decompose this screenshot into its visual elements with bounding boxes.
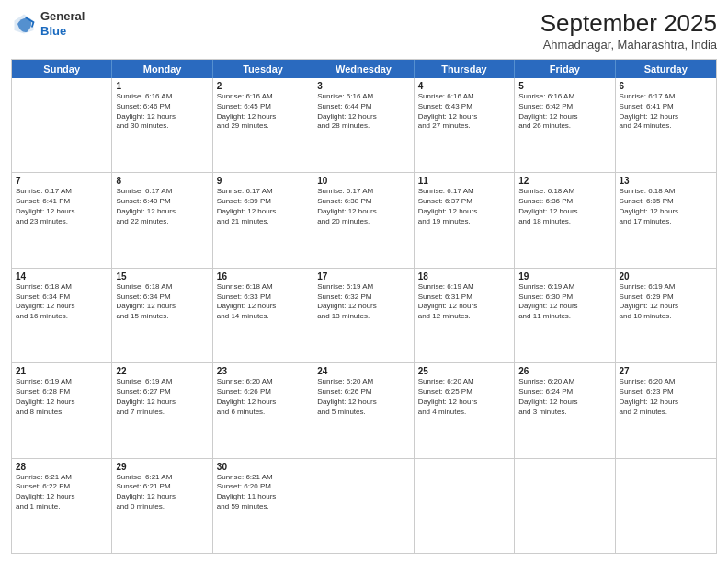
day-number: 12	[518, 176, 610, 186]
cell-info: Sunrise: 6:18 AM Sunset: 6:36 PM Dayligh…	[518, 187, 610, 226]
day-number: 30	[217, 462, 309, 472]
calendar-cell-4-6: 26Sunrise: 6:20 AM Sunset: 6:24 PM Dayli…	[515, 363, 615, 457]
page: General Blue September 2025 Ahmadnagar, …	[0, 0, 728, 563]
header-monday: Monday	[112, 60, 212, 78]
logo: General Blue	[11, 9, 85, 38]
header-thursday: Thursday	[415, 60, 515, 78]
day-number: 24	[317, 366, 409, 376]
calendar-cell-2-6: 12Sunrise: 6:18 AM Sunset: 6:36 PM Dayli…	[515, 173, 615, 267]
calendar-cell-2-2: 8Sunrise: 6:17 AM Sunset: 6:40 PM Daylig…	[112, 173, 212, 267]
calendar-cell-3-3: 16Sunrise: 6:18 AM Sunset: 6:33 PM Dayli…	[213, 269, 313, 362]
month-title: September 2025	[540, 9, 717, 38]
header-saturday: Saturday	[616, 60, 716, 78]
day-number: 13	[620, 176, 712, 186]
cell-info: Sunrise: 6:19 AM Sunset: 6:30 PM Dayligh…	[518, 282, 610, 322]
day-number: 7	[16, 176, 108, 186]
day-number: 4	[418, 81, 510, 91]
location-title: Ahmadnagar, Maharashtra, India	[540, 38, 717, 52]
day-number: 9	[217, 176, 309, 186]
cell-info: Sunrise: 6:18 AM Sunset: 6:34 PM Dayligh…	[16, 282, 108, 322]
cell-info: Sunrise: 6:18 AM Sunset: 6:33 PM Dayligh…	[217, 282, 309, 322]
calendar-cell-1-2: 1Sunrise: 6:16 AM Sunset: 6:46 PM Daylig…	[112, 78, 212, 172]
header-tuesday: Tuesday	[213, 60, 313, 78]
cell-info: Sunrise: 6:16 AM Sunset: 6:46 PM Dayligh…	[116, 92, 208, 132]
day-number: 27	[620, 366, 712, 376]
calendar-row-3: 14Sunrise: 6:18 AM Sunset: 6:34 PM Dayli…	[12, 269, 716, 363]
day-number: 6	[620, 81, 712, 91]
cell-info: Sunrise: 6:16 AM Sunset: 6:43 PM Dayligh…	[418, 92, 510, 132]
calendar-cell-3-2: 15Sunrise: 6:18 AM Sunset: 6:34 PM Dayli…	[112, 269, 212, 362]
day-number: 1	[116, 81, 208, 91]
calendar-cell-4-7: 27Sunrise: 6:20 AM Sunset: 6:23 PM Dayli…	[616, 363, 716, 457]
day-number: 14	[16, 271, 108, 282]
calendar-cell-2-7: 13Sunrise: 6:18 AM Sunset: 6:35 PM Dayli…	[616, 173, 716, 267]
cell-info: Sunrise: 6:20 AM Sunset: 6:25 PM Dayligh…	[418, 377, 510, 417]
cell-info: Sunrise: 6:18 AM Sunset: 6:35 PM Dayligh…	[620, 187, 712, 226]
cell-info: Sunrise: 6:17 AM Sunset: 6:38 PM Dayligh…	[317, 187, 409, 226]
cell-info: Sunrise: 6:19 AM Sunset: 6:27 PM Dayligh…	[116, 377, 208, 417]
calendar-cell-5-7	[616, 459, 716, 553]
logo-icon	[11, 11, 37, 37]
header: General Blue September 2025 Ahmadnagar, …	[11, 9, 717, 52]
calendar-cell-5-2: 29Sunrise: 6:21 AM Sunset: 6:21 PM Dayli…	[112, 459, 212, 553]
day-number: 23	[217, 366, 309, 376]
cell-info: Sunrise: 6:20 AM Sunset: 6:24 PM Dayligh…	[518, 377, 610, 417]
cell-info: Sunrise: 6:16 AM Sunset: 6:44 PM Dayligh…	[317, 92, 409, 132]
calendar-cell-5-5	[415, 459, 515, 553]
calendar-cell-3-5: 18Sunrise: 6:19 AM Sunset: 6:31 PM Dayli…	[415, 269, 515, 362]
calendar-cell-2-4: 10Sunrise: 6:17 AM Sunset: 6:38 PM Dayli…	[313, 173, 414, 267]
calendar-cell-4-1: 21Sunrise: 6:19 AM Sunset: 6:28 PM Dayli…	[12, 363, 112, 457]
day-number: 16	[217, 271, 309, 282]
cell-info: Sunrise: 6:21 AM Sunset: 6:20 PM Dayligh…	[217, 473, 309, 512]
calendar-cell-4-4: 24Sunrise: 6:20 AM Sunset: 6:26 PM Dayli…	[313, 363, 414, 457]
cell-info: Sunrise: 6:20 AM Sunset: 6:26 PM Dayligh…	[217, 377, 309, 417]
calendar: Sunday Monday Tuesday Wednesday Thursday…	[11, 59, 717, 554]
day-number: 28	[16, 462, 108, 472]
calendar-cell-1-1	[12, 78, 112, 172]
calendar-body: 1Sunrise: 6:16 AM Sunset: 6:46 PM Daylig…	[12, 78, 716, 553]
calendar-cell-1-3: 2Sunrise: 6:16 AM Sunset: 6:45 PM Daylig…	[213, 78, 313, 172]
calendar-cell-3-6: 19Sunrise: 6:19 AM Sunset: 6:30 PM Dayli…	[515, 269, 615, 362]
cell-info: Sunrise: 6:17 AM Sunset: 6:37 PM Dayligh…	[418, 187, 510, 226]
day-number: 10	[317, 176, 409, 186]
calendar-cell-3-7: 20Sunrise: 6:19 AM Sunset: 6:29 PM Dayli…	[616, 269, 716, 362]
day-number: 26	[518, 366, 610, 376]
cell-info: Sunrise: 6:16 AM Sunset: 6:45 PM Dayligh…	[217, 92, 309, 132]
day-number: 2	[217, 81, 309, 91]
calendar-row-1: 1Sunrise: 6:16 AM Sunset: 6:46 PM Daylig…	[12, 78, 716, 173]
calendar-cell-5-6	[515, 459, 615, 553]
calendar-cell-4-3: 23Sunrise: 6:20 AM Sunset: 6:26 PM Dayli…	[213, 363, 313, 457]
day-number: 17	[317, 271, 409, 282]
cell-info: Sunrise: 6:19 AM Sunset: 6:29 PM Dayligh…	[620, 282, 712, 322]
day-number: 25	[418, 366, 510, 376]
day-number: 8	[116, 176, 208, 186]
calendar-cell-3-4: 17Sunrise: 6:19 AM Sunset: 6:32 PM Dayli…	[313, 269, 414, 362]
cell-info: Sunrise: 6:18 AM Sunset: 6:34 PM Dayligh…	[116, 282, 208, 322]
cell-info: Sunrise: 6:20 AM Sunset: 6:23 PM Dayligh…	[620, 377, 712, 417]
calendar-cell-1-6: 5Sunrise: 6:16 AM Sunset: 6:42 PM Daylig…	[515, 78, 615, 172]
cell-info: Sunrise: 6:17 AM Sunset: 6:41 PM Dayligh…	[620, 92, 712, 132]
header-friday: Friday	[515, 60, 615, 78]
cell-info: Sunrise: 6:17 AM Sunset: 6:41 PM Dayligh…	[16, 187, 108, 226]
logo-text: General Blue	[40, 9, 85, 38]
cell-info: Sunrise: 6:17 AM Sunset: 6:39 PM Dayligh…	[217, 187, 309, 226]
calendar-cell-2-5: 11Sunrise: 6:17 AM Sunset: 6:37 PM Dayli…	[415, 173, 515, 267]
cell-info: Sunrise: 6:19 AM Sunset: 6:32 PM Dayligh…	[317, 282, 409, 322]
calendar-cell-5-3: 30Sunrise: 6:21 AM Sunset: 6:20 PM Dayli…	[213, 459, 313, 553]
cell-info: Sunrise: 6:19 AM Sunset: 6:31 PM Dayligh…	[418, 282, 510, 322]
day-number: 21	[16, 366, 108, 376]
header-sunday: Sunday	[12, 60, 112, 78]
header-wednesday: Wednesday	[313, 60, 414, 78]
title-block: September 2025 Ahmadnagar, Maharashtra, …	[540, 9, 717, 52]
calendar-header: Sunday Monday Tuesday Wednesday Thursday…	[12, 60, 716, 78]
cell-info: Sunrise: 6:19 AM Sunset: 6:28 PM Dayligh…	[16, 377, 108, 417]
cell-info: Sunrise: 6:21 AM Sunset: 6:21 PM Dayligh…	[116, 473, 208, 512]
day-number: 11	[418, 176, 510, 186]
logo-general: General	[40, 9, 85, 24]
day-number: 3	[317, 81, 409, 91]
cell-info: Sunrise: 6:20 AM Sunset: 6:26 PM Dayligh…	[317, 377, 409, 417]
calendar-cell-1-5: 4Sunrise: 6:16 AM Sunset: 6:43 PM Daylig…	[415, 78, 515, 172]
day-number: 15	[116, 271, 208, 282]
calendar-cell-2-3: 9Sunrise: 6:17 AM Sunset: 6:39 PM Daylig…	[213, 173, 313, 267]
day-number: 5	[518, 81, 610, 91]
